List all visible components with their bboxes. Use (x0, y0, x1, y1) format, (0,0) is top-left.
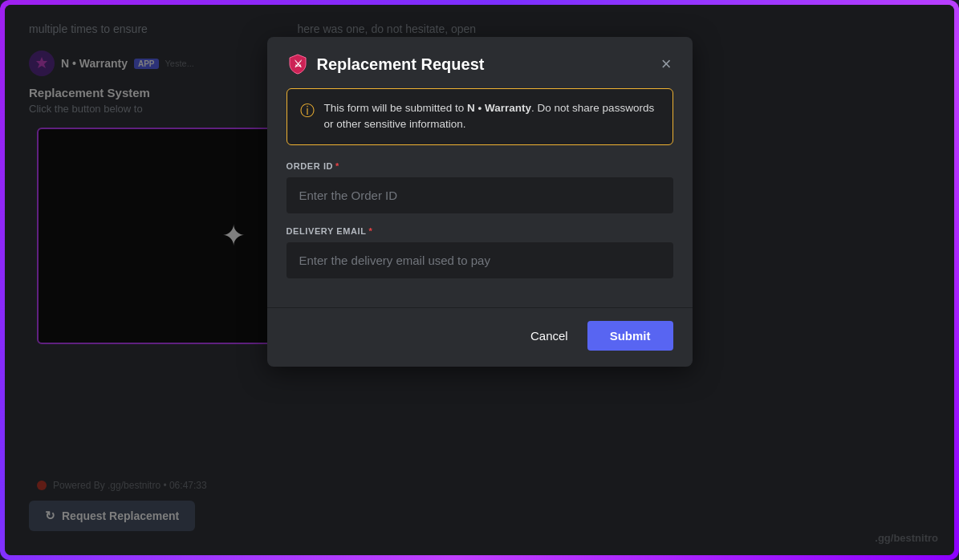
modal-body: ⓘ This form will be submitted to N • War… (267, 88, 693, 307)
shield-icon: ⚔ (286, 53, 309, 75)
delivery-email-input[interactable] (286, 242, 673, 278)
modal-title: Replacement Request (317, 55, 485, 74)
modal-title-row: ⚔ Replacement Request (286, 53, 485, 75)
warning-text: This form will be submitted to N • Warra… (324, 100, 660, 133)
order-id-field: ORDER ID* (286, 161, 673, 213)
required-star-email: * (369, 226, 373, 236)
modal-overlay: ⚔ Replacement Request × ⓘ This form will… (5, 5, 954, 555)
delivery-email-field: DELIVERY EMAIL* (286, 226, 673, 278)
warning-bold: N • Warranty (467, 102, 531, 114)
cancel-button[interactable]: Cancel (524, 321, 575, 351)
outer-frame: multiple times to ensure here was one, d… (0, 0, 959, 560)
required-star: * (335, 161, 339, 171)
replacement-request-modal: ⚔ Replacement Request × ⓘ This form will… (267, 37, 693, 367)
modal-header: ⚔ Replacement Request × (267, 37, 693, 88)
svg-text:⚔: ⚔ (293, 59, 302, 70)
warning-box: ⓘ This form will be submitted to N • War… (286, 88, 673, 145)
order-id-input[interactable] (286, 177, 673, 213)
submit-button[interactable]: Submit (587, 321, 673, 351)
close-button[interactable]: × (660, 54, 673, 75)
inner-bg: multiple times to ensure here was one, d… (5, 5, 954, 555)
order-id-label: ORDER ID* (286, 161, 673, 171)
warning-icon: ⓘ (300, 101, 315, 120)
delivery-email-label: DELIVERY EMAIL* (286, 226, 673, 236)
modal-footer: Cancel Submit (267, 307, 693, 367)
